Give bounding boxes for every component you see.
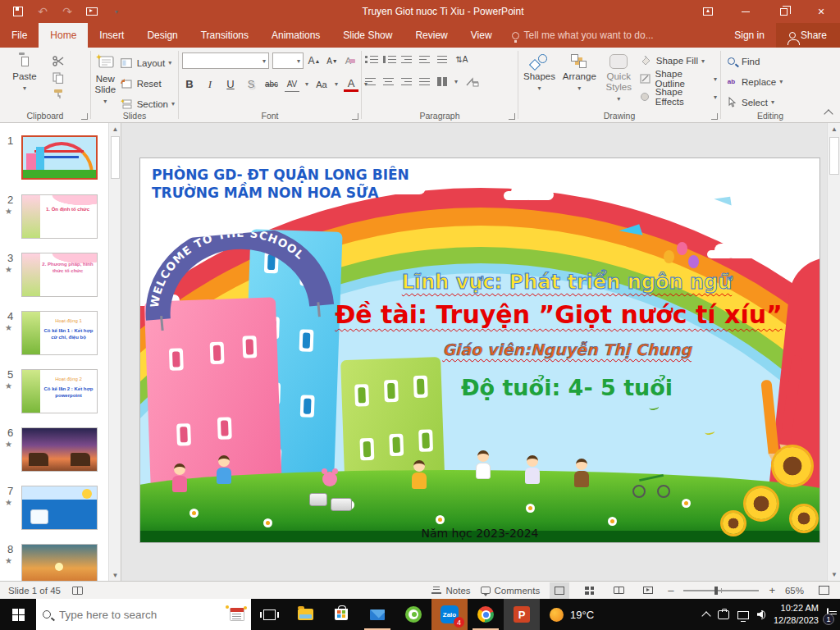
thumbnail-slide-4[interactable]: 4 ★ Hoạt động 1Cô kể lần 1 : Kết hợp cử … xyxy=(0,310,107,358)
undo-icon[interactable]: ↶ xyxy=(36,5,49,18)
thumbnail-slide-6[interactable]: 6 ★ xyxy=(0,427,107,474)
italic-button[interactable]: I xyxy=(203,76,217,92)
slide-year-text[interactable]: Năm học 2023-2024 xyxy=(140,527,819,540)
slide-topic-text[interactable]: Đề tài: Truyện ”Giọt nước tí xíu” xyxy=(292,300,820,329)
shape-effects-button[interactable]: Shape Effects▾ xyxy=(639,89,717,104)
quick-styles-button[interactable]: Quick Styles ▾ xyxy=(602,51,636,104)
replace-button[interactable]: ab Replace▾ xyxy=(724,73,816,90)
collapse-ribbon-icon[interactable] xyxy=(824,109,833,118)
tab-transitions[interactable]: Transitions xyxy=(189,23,260,48)
arrange-button[interactable]: Arrange ▾ xyxy=(560,51,599,104)
new-slide-button[interactable]: New Slide ▾ xyxy=(94,51,116,112)
chrome-button[interactable] xyxy=(468,599,504,630)
sign-in-button[interactable]: Sign in xyxy=(723,23,776,48)
slide-field-text[interactable]: Lĩnh vực: Phát triển ngôn ngữ xyxy=(313,271,820,294)
drawing-dialog-launcher[interactable] xyxy=(711,113,718,120)
numbering-icon[interactable] xyxy=(383,56,394,64)
font-name-combo[interactable]: ▾ xyxy=(182,52,269,69)
cut-icon[interactable] xyxy=(51,55,65,67)
slide-school-header[interactable]: PHÒNG GD- ĐT QUẬN LONG BIÊN TRƯỜNG MẦM N… xyxy=(152,166,409,202)
layout-button[interactable]: Layout▾ xyxy=(120,54,175,71)
increase-indent-icon[interactable] xyxy=(419,56,430,64)
clipboard-dialog-launcher[interactable] xyxy=(81,113,88,120)
volume-icon[interactable] xyxy=(757,610,765,619)
start-slideshow-icon[interactable] xyxy=(85,5,98,18)
smartart-icon[interactable] xyxy=(465,74,480,89)
columns-icon[interactable] xyxy=(437,77,447,86)
shape-outline-button[interactable]: Shape Outline▾ xyxy=(639,71,717,86)
slide-editor[interactable]: WELCOME TO THE SCHOOL xyxy=(139,158,820,543)
microsoft-store-button[interactable] xyxy=(323,599,359,630)
shapes-button[interactable]: Shapes ▾ xyxy=(522,51,557,104)
customize-qat-icon[interactable]: ▾ xyxy=(110,5,123,18)
decrease-font-icon[interactable]: A▼ xyxy=(325,53,340,69)
tab-animations[interactable]: Animations xyxy=(260,23,331,48)
section-button[interactable]: Section▾ xyxy=(120,95,175,112)
tab-slideshow[interactable]: Slide Show xyxy=(331,23,404,48)
share-button[interactable]: Share xyxy=(776,23,840,48)
tell-me-box[interactable]: Tell me what you want to do... xyxy=(504,23,724,48)
align-left-icon[interactable] xyxy=(365,78,376,86)
zalo-button[interactable]: Zalo 4 xyxy=(431,599,468,630)
paste-button[interactable]: Paste ▾ xyxy=(3,51,46,100)
thumbnail-scrollbar[interactable]: ▲ ▼ xyxy=(108,123,121,581)
reset-button[interactable]: Reset xyxy=(120,75,175,92)
strikethrough-button[interactable]: abc xyxy=(264,76,279,92)
task-view-button[interactable] xyxy=(251,599,287,630)
zoom-out-button[interactable]: – xyxy=(668,584,673,596)
character-spacing-button[interactable]: AV xyxy=(285,76,299,92)
slide-age-text[interactable]: Độ tuổi: 4- 5 tuổi xyxy=(313,375,820,400)
tab-home[interactable]: Home xyxy=(39,23,88,48)
zoom-level[interactable]: 65% xyxy=(785,586,804,596)
slide-sorter-button[interactable] xyxy=(579,582,599,599)
align-right-icon[interactable] xyxy=(401,78,412,86)
zoom-slider-thumb[interactable] xyxy=(714,587,718,595)
mail-button[interactable] xyxy=(359,599,395,630)
text-shadow-button[interactable]: S xyxy=(244,76,258,92)
taskbar-search[interactable] xyxy=(36,599,251,630)
thumbnail-slide-8[interactable]: 8 ★ xyxy=(0,543,107,581)
thumbnail-slide-5[interactable]: 5 ★ Hoạt động 2Cô kể lần 2 : Kết hợp pow… xyxy=(0,368,107,416)
coccoc-browser-button[interactable] xyxy=(395,599,431,630)
ribbon-display-options-button[interactable] xyxy=(689,0,727,23)
network-icon[interactable] xyxy=(737,611,749,619)
weather-widget[interactable]: 19°C xyxy=(540,599,604,630)
start-button[interactable] xyxy=(0,599,36,630)
bullets-icon[interactable] xyxy=(365,56,376,64)
comments-button[interactable]: Comments xyxy=(481,586,541,596)
thumbnail-slide-7[interactable]: 7 ★ xyxy=(0,485,107,532)
action-center-button[interactable]: 1 xyxy=(827,609,829,620)
thumbnail-slide-2[interactable]: 2 ★ 1. Ổn định tổ chức xyxy=(0,194,107,241)
shape-fill-button[interactable]: Shape Fill▾ xyxy=(639,53,717,68)
font-dialog-launcher[interactable] xyxy=(352,113,358,120)
slideshow-view-button[interactable] xyxy=(638,582,658,599)
search-input[interactable] xyxy=(57,608,223,622)
underline-button[interactable]: U xyxy=(223,76,238,92)
justify-icon[interactable] xyxy=(419,78,430,86)
spell-check-icon[interactable] xyxy=(72,587,83,595)
redo-icon[interactable]: ↷ xyxy=(61,5,74,18)
font-size-combo[interactable]: ▾ xyxy=(272,52,304,69)
increase-font-icon[interactable]: A▲ xyxy=(307,53,322,69)
decrease-indent-icon[interactable] xyxy=(401,56,412,64)
minimize-button[interactable] xyxy=(727,0,765,23)
scroll-up-icon[interactable]: ▲ xyxy=(110,123,121,135)
find-button[interactable]: Find xyxy=(724,52,816,70)
format-painter-icon[interactable] xyxy=(51,88,65,100)
notes-button[interactable]: Notes xyxy=(431,586,470,596)
tab-review[interactable]: Review xyxy=(404,23,459,48)
thumbnail-slide-1[interactable]: 1 xyxy=(0,135,107,182)
thumbnail-slide-3[interactable]: 3 ★ 2. Phương pháp, hình thức tổ chức xyxy=(0,252,107,299)
font-color-button[interactable]: A xyxy=(344,76,358,92)
taskbar-clock[interactable]: 10:22 AM 12/28/2023 xyxy=(774,602,819,627)
line-spacing-icon[interactable] xyxy=(437,56,447,64)
scrollbar-thumb[interactable] xyxy=(111,136,120,179)
tab-file[interactable]: File xyxy=(0,23,39,48)
scroll-down-icon[interactable]: ▼ xyxy=(110,569,121,581)
scroll-down-icon[interactable]: ▼ xyxy=(829,568,840,581)
slide-teacher-text[interactable]: Giáo viên:Nguyễn Thị Chung xyxy=(313,340,820,358)
scroll-up-icon[interactable]: ▲ xyxy=(829,123,840,135)
zoom-slider[interactable] xyxy=(683,590,759,591)
clear-formatting-icon[interactable]: A xyxy=(343,53,358,69)
close-button[interactable]: × xyxy=(802,0,840,23)
